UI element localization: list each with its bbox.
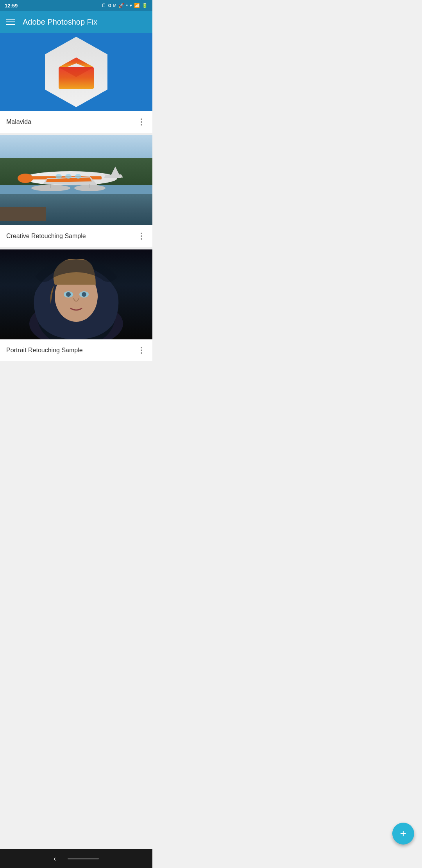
dot-icon: • xyxy=(126,3,128,8)
svg-point-21 xyxy=(66,292,71,297)
svg-point-11 xyxy=(65,174,72,179)
more-dot xyxy=(141,347,142,348)
airplane-svg xyxy=(12,155,129,202)
more-dot xyxy=(141,350,142,351)
project-card-malavida: Malavida xyxy=(0,33,152,133)
hamburger-line xyxy=(6,19,15,20)
portrait-face-svg xyxy=(27,253,125,339)
more-dot xyxy=(141,118,142,120)
creative-retouching-more-button[interactable] xyxy=(137,231,146,241)
rocket-icon: 🚀 xyxy=(118,3,124,8)
creative-retouching-project-name: Creative Retouching Sample xyxy=(6,233,86,240)
clipboard-icon: 🗒 xyxy=(102,3,106,8)
more-dot xyxy=(141,238,142,240)
malavida-project-name: Malavida xyxy=(6,118,31,126)
more-dot xyxy=(141,124,142,126)
hamburger-line xyxy=(6,24,15,25)
more-dot xyxy=(141,233,142,234)
portrait-retouching-more-button[interactable] xyxy=(137,346,146,355)
hamburger-line xyxy=(6,22,15,22)
project-card-portrait-retouching: Portrait Retouching Sample xyxy=(0,249,152,361)
malavida-image[interactable] xyxy=(0,33,152,111)
creative-retouching-footer: Creative Retouching Sample xyxy=(0,225,152,247)
malavida-more-button[interactable] xyxy=(137,117,146,127)
signal-icon: 📶 xyxy=(134,3,140,8)
project-card-creative-retouching: Creative Retouching Sample xyxy=(0,135,152,247)
portrait-retouching-project-name: Portrait Retouching Sample xyxy=(6,347,83,354)
svg-point-10 xyxy=(55,174,62,179)
status-icons: 🗒 G M 🚀 • ▾ 📶 🔋 xyxy=(102,3,148,8)
gmail-icon: M xyxy=(113,4,116,8)
google-icon: G xyxy=(108,4,111,8)
battery-icon: 🔋 xyxy=(142,3,148,8)
dock-background xyxy=(0,207,46,221)
status-time: 12:59 xyxy=(5,3,18,9)
malavida-footer: Malavida xyxy=(0,111,152,133)
portrait-retouching-footer: Portrait Retouching Sample xyxy=(0,339,152,361)
aircraft-image[interactable] xyxy=(0,135,152,225)
hamburger-menu-button[interactable] xyxy=(6,19,15,25)
more-dot xyxy=(141,235,142,237)
app-title: Adobe Photoshop Fix xyxy=(23,18,97,27)
project-list: Malavida xyxy=(0,33,152,361)
hexagon-background xyxy=(45,37,107,107)
more-dot xyxy=(141,352,142,354)
svg-point-12 xyxy=(75,174,81,179)
portrait-image[interactable] xyxy=(0,249,152,339)
envelope-m-icon xyxy=(57,56,96,89)
svg-marker-1 xyxy=(59,57,94,67)
wifi-icon: ▾ xyxy=(130,3,132,8)
app-bar: Adobe Photoshop Fix xyxy=(0,11,152,33)
svg-point-9 xyxy=(18,174,33,183)
svg-point-23 xyxy=(82,292,86,297)
more-dot xyxy=(141,121,142,123)
status-bar: 12:59 🗒 G M 🚀 • ▾ 📶 🔋 xyxy=(0,0,152,11)
